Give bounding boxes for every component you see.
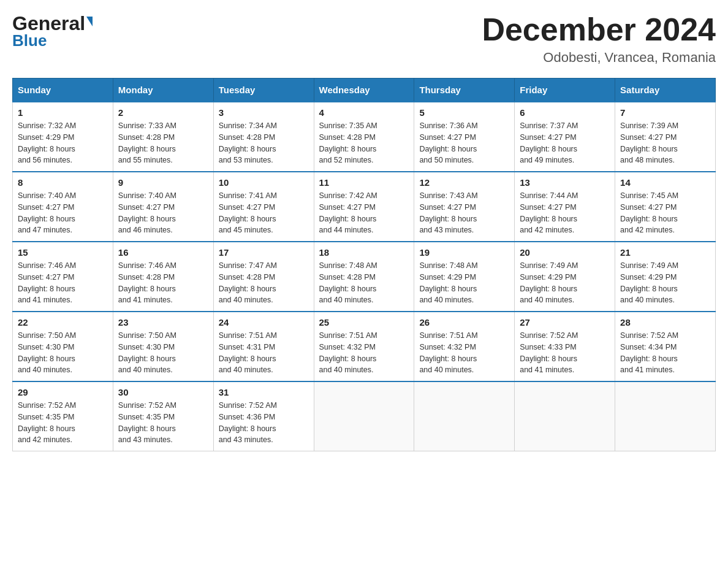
calendar-cell: 21 Sunrise: 7:49 AMSunset: 4:29 PMDaylig… [615,242,716,312]
calendar-cell: 26 Sunrise: 7:51 AMSunset: 4:32 PMDaylig… [414,312,515,381]
day-info: Sunrise: 7:48 AMSunset: 4:28 PMDaylight:… [319,260,409,306]
calendar-cell: 3 Sunrise: 7:34 AMSunset: 4:28 PMDayligh… [213,102,314,172]
weekday-header-wednesday: Wednesday [314,79,414,102]
day-info: Sunrise: 7:49 AMSunset: 4:29 PMDaylight:… [620,260,710,306]
day-info: Sunrise: 7:37 AMSunset: 4:27 PMDaylight:… [520,120,610,166]
day-number: 19 [419,247,509,258]
calendar-cell: 11 Sunrise: 7:42 AMSunset: 4:27 PMDaylig… [314,172,414,242]
logo: General Blue [12,12,93,48]
day-number: 22 [18,317,108,327]
day-info: Sunrise: 7:52 AMSunset: 4:33 PMDaylight:… [520,330,610,376]
day-info: Sunrise: 7:51 AMSunset: 4:31 PMDaylight:… [219,330,309,376]
day-info: Sunrise: 7:33 AMSunset: 4:28 PMDaylight:… [118,120,208,166]
weekday-header-tuesday: Tuesday [213,79,314,102]
logo-arrow-icon [86,17,93,26]
day-number: 17 [219,247,309,258]
day-info: Sunrise: 7:32 AMSunset: 4:29 PMDaylight:… [18,120,108,166]
calendar-cell [314,381,414,451]
weekday-header-sunday: Sunday [13,79,113,102]
calendar-cell: 18 Sunrise: 7:48 AMSunset: 4:28 PMDaylig… [314,242,414,312]
calendar-cell: 31 Sunrise: 7:52 AMSunset: 4:36 PMDaylig… [213,381,314,451]
day-number: 13 [520,177,610,188]
calendar-cell: 29 Sunrise: 7:52 AMSunset: 4:35 PMDaylig… [13,381,113,451]
day-info: Sunrise: 7:50 AMSunset: 4:30 PMDaylight:… [18,330,108,376]
day-number: 8 [18,177,108,188]
calendar-cell: 10 Sunrise: 7:41 AMSunset: 4:27 PMDaylig… [213,172,314,242]
logo-blue-text: Blue [12,33,47,48]
day-info: Sunrise: 7:51 AMSunset: 4:32 PMDaylight:… [419,330,509,376]
day-number: 9 [118,177,208,188]
calendar-cell [615,381,716,451]
calendar-cell: 24 Sunrise: 7:51 AMSunset: 4:31 PMDaylig… [213,312,314,381]
calendar-week-row: 15 Sunrise: 7:46 AMSunset: 4:27 PMDaylig… [13,242,716,312]
calendar-cell: 14 Sunrise: 7:45 AMSunset: 4:27 PMDaylig… [615,172,716,242]
day-number: 26 [419,317,509,327]
day-info: Sunrise: 7:52 AMSunset: 4:35 PMDaylight:… [118,400,208,446]
day-number: 15 [18,247,108,258]
day-number: 21 [620,247,710,258]
day-number: 2 [118,107,208,118]
day-info: Sunrise: 7:48 AMSunset: 4:29 PMDaylight:… [419,260,509,306]
calendar-cell: 19 Sunrise: 7:48 AMSunset: 4:29 PMDaylig… [414,242,515,312]
weekday-header-saturday: Saturday [615,79,716,102]
calendar-cell: 23 Sunrise: 7:50 AMSunset: 4:30 PMDaylig… [113,312,213,381]
calendar-cell: 4 Sunrise: 7:35 AMSunset: 4:28 PMDayligh… [314,102,414,172]
day-number: 18 [319,247,409,258]
calendar-cell [515,381,615,451]
day-number: 24 [219,317,309,327]
day-number: 31 [219,387,309,397]
day-number: 4 [319,107,409,118]
location-label: Odobesti, Vrancea, Romania [482,50,716,66]
day-number: 10 [219,177,309,188]
day-info: Sunrise: 7:49 AMSunset: 4:29 PMDaylight:… [520,260,610,306]
day-info: Sunrise: 7:52 AMSunset: 4:36 PMDaylight:… [219,400,309,446]
calendar-cell: 1 Sunrise: 7:32 AMSunset: 4:29 PMDayligh… [13,102,113,172]
calendar-cell: 8 Sunrise: 7:40 AMSunset: 4:27 PMDayligh… [13,172,113,242]
calendar-table: SundayMondayTuesdayWednesdayThursdayFrid… [12,78,716,451]
day-info: Sunrise: 7:51 AMSunset: 4:32 PMDaylight:… [319,330,409,376]
page-header: General Blue December 2024 Odobesti, Vra… [12,12,716,66]
calendar-cell: 2 Sunrise: 7:33 AMSunset: 4:28 PMDayligh… [113,102,213,172]
title-area: December 2024 Odobesti, Vrancea, Romania [482,12,716,66]
calendar-week-row: 29 Sunrise: 7:52 AMSunset: 4:35 PMDaylig… [13,381,716,451]
day-info: Sunrise: 7:52 AMSunset: 4:35 PMDaylight:… [18,400,108,446]
day-number: 3 [219,107,309,118]
calendar-cell: 30 Sunrise: 7:52 AMSunset: 4:35 PMDaylig… [113,381,213,451]
day-number: 29 [18,387,108,397]
day-number: 11 [319,177,409,188]
day-number: 5 [419,107,509,118]
calendar-cell: 22 Sunrise: 7:50 AMSunset: 4:30 PMDaylig… [13,312,113,381]
day-info: Sunrise: 7:43 AMSunset: 4:27 PMDaylight:… [419,190,509,236]
day-info: Sunrise: 7:39 AMSunset: 4:27 PMDaylight:… [620,120,710,166]
day-number: 1 [18,107,108,118]
weekday-header-friday: Friday [515,79,615,102]
day-number: 25 [319,317,409,327]
day-info: Sunrise: 7:47 AMSunset: 4:28 PMDaylight:… [219,260,309,306]
calendar-week-row: 8 Sunrise: 7:40 AMSunset: 4:27 PMDayligh… [13,172,716,242]
calendar-week-row: 1 Sunrise: 7:32 AMSunset: 4:29 PMDayligh… [13,102,716,172]
day-number: 20 [520,247,610,258]
calendar-week-row: 22 Sunrise: 7:50 AMSunset: 4:30 PMDaylig… [13,312,716,381]
weekday-header-monday: Monday [113,79,213,102]
day-number: 6 [520,107,610,118]
day-info: Sunrise: 7:50 AMSunset: 4:30 PMDaylight:… [118,330,208,376]
calendar-cell: 17 Sunrise: 7:47 AMSunset: 4:28 PMDaylig… [213,242,314,312]
day-info: Sunrise: 7:45 AMSunset: 4:27 PMDaylight:… [620,190,710,236]
month-title: December 2024 [482,12,716,47]
day-info: Sunrise: 7:44 AMSunset: 4:27 PMDaylight:… [520,190,610,236]
day-info: Sunrise: 7:34 AMSunset: 4:28 PMDaylight:… [219,120,309,166]
day-number: 14 [620,177,710,188]
calendar-cell: 20 Sunrise: 7:49 AMSunset: 4:29 PMDaylig… [515,242,615,312]
calendar-cell [414,381,515,451]
calendar-cell: 27 Sunrise: 7:52 AMSunset: 4:33 PMDaylig… [515,312,615,381]
day-number: 30 [118,387,208,397]
calendar-cell: 16 Sunrise: 7:46 AMSunset: 4:28 PMDaylig… [113,242,213,312]
calendar-cell: 15 Sunrise: 7:46 AMSunset: 4:27 PMDaylig… [13,242,113,312]
calendar-cell: 6 Sunrise: 7:37 AMSunset: 4:27 PMDayligh… [515,102,615,172]
day-info: Sunrise: 7:52 AMSunset: 4:34 PMDaylight:… [620,330,710,376]
day-info: Sunrise: 7:36 AMSunset: 4:27 PMDaylight:… [419,120,509,166]
day-info: Sunrise: 7:42 AMSunset: 4:27 PMDaylight:… [319,190,409,236]
day-info: Sunrise: 7:35 AMSunset: 4:28 PMDaylight:… [319,120,409,166]
calendar-cell: 13 Sunrise: 7:44 AMSunset: 4:27 PMDaylig… [515,172,615,242]
day-info: Sunrise: 7:40 AMSunset: 4:27 PMDaylight:… [18,190,108,236]
